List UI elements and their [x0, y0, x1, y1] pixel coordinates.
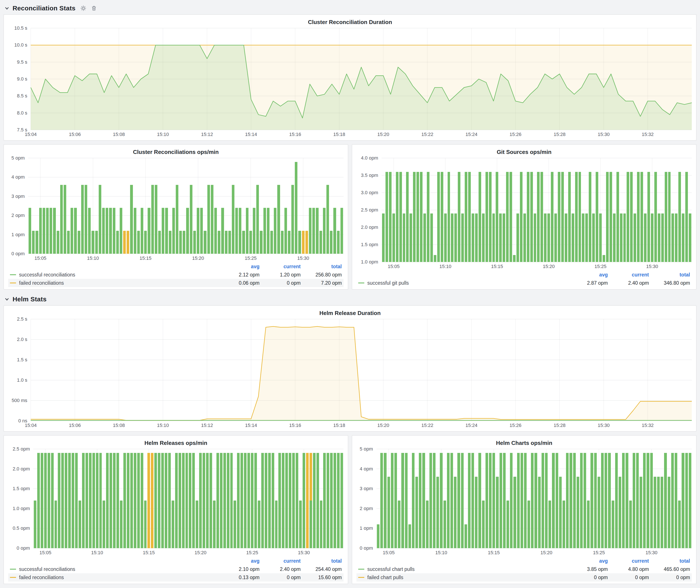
success-bar-segment — [689, 453, 691, 548]
legend: avgcurrenttotalsuccessful reconciliation… — [8, 557, 344, 582]
bar — [162, 158, 164, 254]
legend-series-toggle[interactable]: successful chart pulls — [356, 565, 568, 573]
bar — [175, 449, 178, 548]
success-bar-segment — [162, 208, 164, 254]
x-tick-label: 15:05 — [388, 264, 400, 269]
legend-value: 4.80 opm — [610, 565, 651, 573]
panel-title[interactable]: Helm Releases ops/min — [8, 439, 344, 447]
bar — [626, 449, 628, 548]
bar — [71, 158, 73, 254]
bar — [68, 449, 71, 548]
success-bar-segment — [55, 501, 57, 548]
bar — [67, 158, 70, 254]
success-bar-segment — [92, 231, 94, 254]
chevron-down-icon[interactable] — [4, 6, 10, 11]
success-bar-segment — [71, 208, 73, 254]
trash-icon[interactable] — [91, 5, 97, 11]
bar — [165, 158, 168, 254]
x-tick-label: 15:18 — [333, 423, 345, 428]
success-bar-segment — [540, 172, 543, 262]
legend-sort-current[interactable]: current — [610, 557, 651, 565]
success-bar-segment — [389, 172, 392, 262]
success-bar-segment — [260, 231, 262, 254]
legend-series-toggle[interactable]: successful reconciliations — [8, 565, 220, 573]
legend-sort-total[interactable]: total — [302, 262, 344, 271]
success-bar-segment — [256, 185, 259, 254]
success-bar-segment — [616, 172, 619, 262]
bar — [141, 158, 143, 254]
x-tick-label: 15:20 — [377, 423, 389, 428]
bar — [640, 158, 643, 262]
legend-sort-total[interactable]: total — [651, 271, 692, 279]
legend-series-toggle[interactable]: successful git pulls — [356, 279, 568, 287]
success-bar-segment — [457, 453, 460, 548]
bar — [213, 449, 216, 548]
bar — [274, 158, 276, 254]
panel-title[interactable]: Helm Charts ops/min — [356, 439, 692, 447]
bar — [675, 449, 677, 548]
legend-sort-current[interactable]: current — [261, 557, 302, 565]
bar — [548, 449, 551, 548]
bar — [575, 158, 578, 262]
panel-title[interactable]: Helm Release Duration — [8, 309, 692, 317]
panel-title[interactable]: Cluster Reconciliation Duration — [8, 18, 692, 26]
legend-series-toggle[interactable]: failed reconciliations — [8, 279, 220, 287]
panel-title[interactable]: Git Sources ops/min — [356, 148, 692, 156]
legend-sort-avg[interactable]: avg — [568, 557, 610, 565]
gear-icon[interactable] — [80, 5, 86, 11]
success-bar-segment — [199, 453, 202, 548]
success-bar-segment — [454, 213, 457, 262]
legend-value: 0 opm — [568, 573, 610, 582]
bar — [53, 158, 56, 254]
bar — [109, 158, 112, 254]
success-bar-segment — [590, 453, 593, 548]
bar — [134, 449, 136, 548]
legend-series-toggle[interactable]: successful reconciliations — [8, 271, 220, 279]
success-bar-segment — [95, 231, 98, 254]
bar — [144, 158, 147, 254]
bar — [337, 158, 340, 254]
success-bar-segment — [61, 453, 64, 548]
chevron-down-icon[interactable] — [4, 297, 10, 302]
x-tick-label: 15:10 — [435, 550, 447, 555]
bar — [599, 158, 602, 262]
legend-sort-total[interactable]: total — [302, 557, 344, 565]
success-bar-segment — [612, 501, 614, 548]
bar — [134, 158, 136, 254]
legend-sort-total[interactable]: total — [651, 557, 692, 565]
success-bar-segment — [292, 453, 295, 548]
panel-row: Cluster Reconciliations ops/min 5 opm4 o… — [3, 144, 697, 290]
legend-sort-avg[interactable]: avg — [220, 557, 261, 565]
x-tick-label: 15:30 — [646, 264, 658, 269]
success-bar-segment — [506, 501, 509, 548]
section-header-helm-stats[interactable]: Helm Stats — [3, 293, 697, 305]
success-bar-segment — [585, 213, 588, 262]
legend-series-toggle[interactable]: failed chart pulls — [356, 573, 568, 582]
x-tick-label: 15:32 — [642, 132, 654, 137]
legend-value: 3.85 opm — [568, 565, 610, 573]
legend-sort-avg[interactable]: avg — [568, 271, 610, 279]
section-header-reconciliation-stats[interactable]: Reconciliation Stats — [3, 2, 697, 14]
legend-series-toggle[interactable]: failed reconciliations — [8, 573, 220, 582]
bar — [580, 449, 583, 548]
bar — [387, 449, 390, 548]
success-bar-segment — [644, 213, 647, 262]
success-bar-segment — [144, 231, 147, 254]
success-bar-segment — [310, 501, 312, 548]
x-tick-label: 15:08 — [113, 132, 125, 137]
success-bar-segment — [408, 524, 411, 548]
success-bar-segment — [573, 453, 576, 548]
bar — [513, 158, 516, 262]
legend-sort-current[interactable]: current — [610, 271, 651, 279]
panel-title[interactable]: Cluster Reconciliations ops/min — [8, 148, 344, 156]
success-bar-segment — [330, 231, 332, 254]
bar — [55, 449, 57, 548]
success-bar-segment — [50, 208, 52, 254]
x-axis: 15:0415:0615:0815:1015:1215:1415:1615:18… — [8, 130, 692, 138]
legend-sort-current[interactable]: current — [261, 262, 302, 271]
bar — [196, 449, 198, 548]
bar — [298, 158, 301, 254]
legend-sort-avg[interactable]: avg — [220, 262, 261, 271]
success-bar-segment — [627, 172, 629, 262]
bar — [58, 449, 60, 548]
